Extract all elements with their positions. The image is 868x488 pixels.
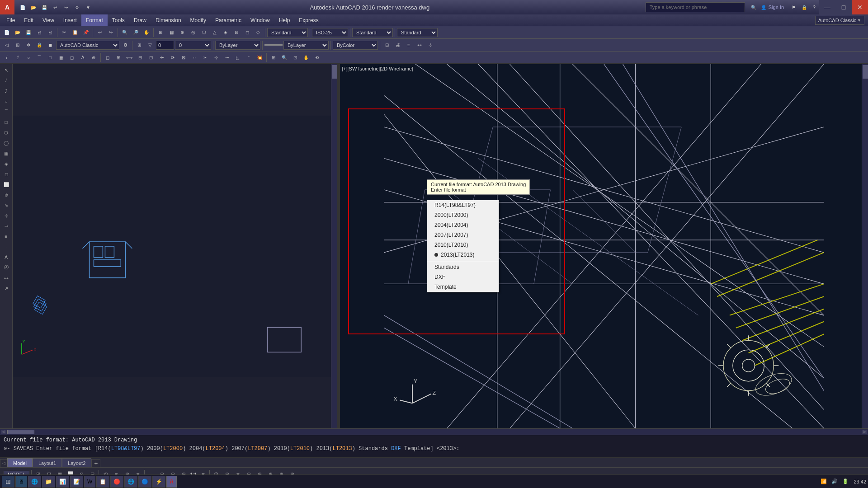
bycolor-dropdown[interactable]: ByColor bbox=[333, 41, 378, 50]
right-vscroll-thumb[interactable] bbox=[863, 65, 868, 79]
tool-mtext[interactable]: Ⓐ bbox=[1, 263, 11, 272]
line-btn[interactable]: / bbox=[2, 52, 12, 62]
fillet-btn[interactable]: ◜ bbox=[244, 52, 254, 62]
menu-format[interactable]: Format bbox=[81, 14, 108, 26]
hscroll-right[interactable]: ▷ bbox=[862, 430, 867, 434]
tb-polar[interactable]: ◎ bbox=[188, 28, 198, 38]
rect-btn[interactable]: □ bbox=[45, 52, 55, 62]
info-btn[interactable]: ⚑ bbox=[788, 2, 798, 12]
menu-insert[interactable]: Insert bbox=[59, 14, 81, 26]
extend-btn[interactable]: ⊹ bbox=[211, 52, 221, 62]
search-icon[interactable]: 🔍 bbox=[749, 2, 759, 12]
style-dropdown[interactable]: Standard bbox=[267, 28, 308, 37]
tool-gradient[interactable]: ◈ bbox=[1, 159, 11, 169]
tool-wipeout[interactable]: ⬜ bbox=[1, 179, 11, 189]
tray-network[interactable]: 📶 bbox=[819, 477, 828, 486]
tb-osnap[interactable]: ⬡ bbox=[199, 28, 209, 38]
tool-rect[interactable]: □ bbox=[1, 117, 11, 127]
open-btn[interactable]: 📂 bbox=[28, 2, 38, 12]
taskbar-clip[interactable]: 📋 bbox=[96, 476, 109, 488]
tb-copy[interactable]: 📋 bbox=[70, 28, 80, 38]
filter-icon[interactable]: ▽ bbox=[145, 40, 155, 50]
tb-save[interactable]: 💾 bbox=[24, 28, 33, 38]
ws-settings[interactable]: ⚙ bbox=[120, 40, 130, 50]
lock-btn[interactable]: 🔒 bbox=[799, 2, 809, 12]
dropdown-arrow[interactable]: ▼ bbox=[83, 2, 93, 12]
layer-freeze[interactable]: ❄ bbox=[24, 40, 33, 50]
left-vscroll[interactable] bbox=[331, 64, 337, 428]
taskbar-chrome[interactable]: 🌐 bbox=[124, 476, 137, 488]
tb-ortho[interactable]: ⊕ bbox=[177, 28, 187, 38]
workspace-dropdown[interactable]: AutoCAD Classic bbox=[56, 41, 119, 50]
circle-btn[interactable]: ○ bbox=[24, 52, 33, 62]
tb-trans[interactable]: ◇ bbox=[253, 28, 263, 38]
left-vscroll-thumb[interactable] bbox=[332, 65, 337, 79]
explode-btn[interactable]: 💥 bbox=[255, 52, 264, 62]
style3-dropdown[interactable]: Standard bbox=[397, 28, 438, 37]
menu-dimension[interactable]: Dimension bbox=[151, 14, 186, 26]
tb-paste[interactable]: 📌 bbox=[81, 28, 91, 38]
menu-view[interactable]: View bbox=[38, 14, 59, 26]
dd-template[interactable]: Template bbox=[427, 282, 499, 292]
chamfer-btn[interactable]: ◺ bbox=[233, 52, 243, 62]
tb-snap[interactable]: ⊞ bbox=[156, 28, 165, 38]
mirror-btn[interactable]: ⟺ bbox=[124, 52, 134, 62]
insert-btn[interactable]: ⊕ bbox=[89, 52, 99, 62]
taskbar-word[interactable]: W bbox=[84, 476, 95, 488]
tool-line[interactable]: / bbox=[1, 75, 11, 85]
dist-btn[interactable]: ⊷ bbox=[415, 40, 425, 50]
start-btn[interactable]: ⊞ bbox=[2, 476, 14, 488]
tab-model[interactable]: Model bbox=[7, 458, 33, 467]
workspace-arrow[interactable]: ▼ bbox=[857, 18, 861, 23]
user-icon[interactable]: 👤 bbox=[759, 2, 769, 12]
help-btn[interactable]: ? bbox=[809, 2, 819, 12]
tb-lw[interactable]: ◻ bbox=[242, 28, 252, 38]
tb-new[interactable]: 📄 bbox=[2, 28, 12, 38]
sign-in-link[interactable]: Sign In bbox=[769, 5, 784, 10]
layer-prev[interactable]: ◁ bbox=[2, 40, 12, 50]
tab-layout2[interactable]: Layout2 bbox=[62, 458, 91, 467]
array-btn[interactable]: ⊡ bbox=[146, 52, 156, 62]
tb-pan[interactable]: ✋ bbox=[142, 28, 151, 38]
tool-region[interactable]: ◻ bbox=[1, 169, 11, 179]
move-btn[interactable]: ✛ bbox=[157, 52, 167, 62]
tb-zoom[interactable]: 🔍 bbox=[120, 28, 130, 38]
close-btn[interactable]: ✕ bbox=[852, 0, 868, 14]
menu-tools[interactable]: Tools bbox=[108, 14, 129, 26]
zoom-win-btn[interactable]: ⊞ bbox=[269, 52, 278, 62]
tool-pline[interactable]: ⤴ bbox=[1, 86, 11, 96]
copy-btn[interactable]: ⊞ bbox=[113, 52, 123, 62]
tb-grid[interactable]: ▦ bbox=[166, 28, 176, 38]
h-scrollbar[interactable]: ◁ ▷ bbox=[0, 428, 868, 435]
right-viewport[interactable]: [+][SW Isometric][2D Wireframe] bbox=[340, 64, 868, 428]
tb-dyn[interactable]: ⊟ bbox=[231, 28, 241, 38]
taskbar-autocad[interactable]: A bbox=[166, 476, 177, 488]
tool-xline[interactable]: ⊹ bbox=[1, 211, 11, 221]
taskbar-excel[interactable]: 📊 bbox=[56, 476, 69, 488]
tray-volume[interactable]: 🔊 bbox=[830, 477, 839, 486]
erase-btn[interactable]: ◻ bbox=[103, 52, 113, 62]
maximize-btn[interactable]: □ bbox=[835, 0, 852, 14]
dd-2000[interactable]: 2000(LT2000) bbox=[427, 210, 499, 220]
taskbar-red[interactable]: 🔴 bbox=[110, 476, 123, 488]
layer-color[interactable]: ◼ bbox=[45, 40, 55, 50]
minimize-btn[interactable]: — bbox=[819, 0, 835, 14]
menu-express[interactable]: Express bbox=[294, 14, 323, 26]
tool-text[interactable]: A bbox=[1, 252, 11, 262]
right-vscroll[interactable] bbox=[862, 64, 868, 428]
tool-spline[interactable]: ∿ bbox=[1, 200, 11, 210]
list-btn[interactable]: ≡ bbox=[404, 40, 414, 50]
dd-2007[interactable]: 2007(LT2007) bbox=[427, 230, 499, 240]
left-viewport[interactable]: X Y bbox=[13, 64, 338, 428]
dd-2004[interactable]: 2004(LT2004) bbox=[427, 220, 499, 230]
dd-2013[interactable]: 2013(LT2013) bbox=[427, 250, 499, 260]
layer-icon[interactable]: ⊞ bbox=[134, 40, 144, 50]
rotate-btn[interactable]: ⟳ bbox=[168, 52, 178, 62]
tb-print[interactable]: 🖨 bbox=[34, 28, 44, 38]
dd-r14[interactable]: R14(LT98&LT97) bbox=[427, 200, 499, 210]
style2-dropdown[interactable]: Standard bbox=[352, 28, 393, 37]
tool-ellipse[interactable]: ◯ bbox=[1, 138, 11, 148]
menu-modify[interactable]: Modify bbox=[186, 14, 211, 26]
menu-draw[interactable]: Draw bbox=[129, 14, 151, 26]
tb-open[interactable]: 📂 bbox=[13, 28, 23, 38]
